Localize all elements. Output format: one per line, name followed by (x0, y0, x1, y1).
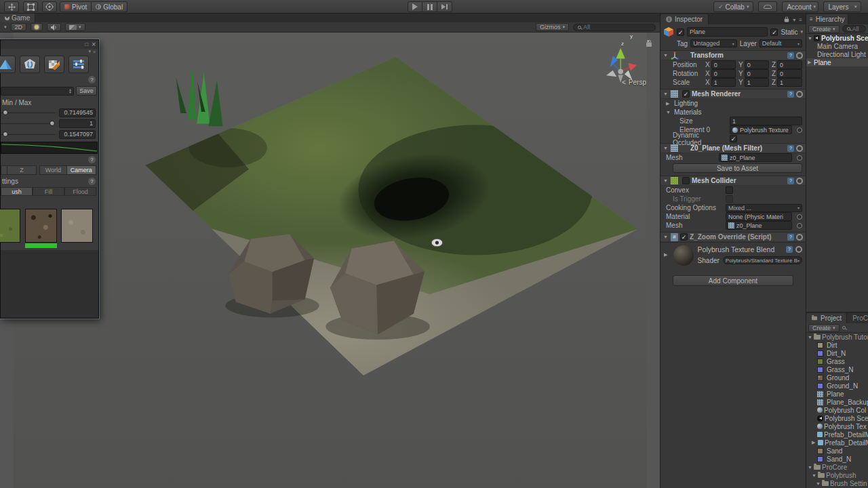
collab-button[interactable]: ✓ Collab ▾ (713, 1, 753, 12)
pivot-button[interactable]: Pivot (60, 1, 92, 12)
lock-icon[interactable] (646, 43, 652, 47)
project-item-texture[interactable]: Grass (806, 357, 868, 365)
position-y-field[interactable]: 0 (745, 60, 769, 69)
fold-icon[interactable]: ▼ (663, 235, 669, 239)
radius-value-field[interactable]: 0.7149545 (59, 108, 96, 117)
falloff-curve-field[interactable] (1, 142, 98, 154)
project-item-texture[interactable]: Sand_N (806, 455, 868, 463)
fold-icon[interactable]: ▼ (808, 36, 812, 41)
search-icon[interactable] (842, 326, 846, 329)
scale-y-field[interactable]: 1 (745, 78, 769, 87)
element0-field[interactable]: Polybrush Texture (730, 125, 792, 134)
material-preview-sphere[interactable] (673, 245, 694, 266)
help-book-icon[interactable]: ? (787, 234, 794, 241)
close-icon[interactable]: × (92, 41, 96, 48)
mesh-collider-header[interactable]: ▼ ✓ Mesh Collider ? (660, 176, 806, 186)
object-picker-icon[interactable] (797, 127, 802, 133)
hierarchy-item-plane[interactable]: ▶ Plane (806, 58, 868, 66)
layer-dropdown[interactable]: Default▾ (760, 39, 802, 47)
project-item-mesh[interactable]: Plane_Backup (806, 398, 868, 406)
project-item-texture[interactable]: Dirt (806, 341, 868, 349)
script-checkbox[interactable]: ✓ (680, 233, 688, 241)
maximize-icon[interactable]: □ (85, 41, 88, 47)
save-to-asset-button[interactable]: Save to Asset (673, 163, 802, 173)
mesh-field[interactable]: z0_Plane (719, 153, 792, 162)
pb-dropdown-icon[interactable]: ▾ (88, 49, 91, 54)
gizmos-button[interactable]: Gizmos ▾ (536, 23, 569, 31)
help-book-icon[interactable]: ? (787, 145, 794, 152)
pb-menu-icon[interactable]: ≡ (93, 49, 96, 54)
falloff-value-field[interactable]: 0.1547097 (59, 130, 96, 139)
scale-x-field[interactable]: 1 (711, 78, 736, 87)
rotation-z-field[interactable]: 0 (777, 69, 802, 78)
audio-toggle-button[interactable] (47, 23, 61, 31)
project-item-material[interactable]: Polybrush Tex (806, 422, 868, 430)
lighting-toggle-button[interactable] (31, 23, 43, 31)
inspector-menu-icon[interactable]: ≡ (799, 17, 802, 23)
transform-header[interactable]: ▼ Transform ? (660, 50, 806, 60)
position-x-field[interactable]: 0 (711, 60, 736, 69)
dir-world-button[interactable]: World (39, 165, 66, 175)
scene-search-input[interactable]: All (573, 24, 656, 31)
gear-icon[interactable] (795, 246, 802, 253)
2d-toggle-button[interactable]: 2D (11, 23, 27, 31)
strength-value-field[interactable]: 1 (59, 119, 96, 128)
size-field[interactable]: 1 (730, 117, 802, 125)
project-item-mesh[interactable]: Plane (806, 390, 868, 398)
project-item-texture[interactable]: Ground (806, 373, 868, 382)
play-button[interactable] (408, 1, 422, 12)
project-item-texture[interactable]: Grass_N (806, 365, 868, 373)
tag-dropdown[interactable]: Untagged▾ (690, 39, 737, 47)
hierarchy-search-input[interactable]: All (842, 25, 866, 33)
inspector-lock-icon[interactable] (785, 18, 789, 22)
fold-icon[interactable]: ▼ (663, 53, 669, 58)
hierarchy-create-button[interactable]: Create ▾ (808, 25, 840, 33)
lighting-foldout[interactable]: ▶ Lighting (660, 99, 806, 108)
position-z-field[interactable]: 0 (777, 60, 802, 69)
project-item-texture[interactable]: Sand (806, 447, 868, 455)
physic-material-field[interactable]: None (Physic Materi (726, 212, 792, 221)
help-icon[interactable]: ? (88, 76, 96, 83)
static-checkbox[interactable]: ✓ (770, 28, 778, 36)
object-picker-icon[interactable] (797, 155, 802, 161)
brush-mode-tab[interactable]: ush (1, 187, 33, 196)
help-icon-3[interactable]: ? (88, 178, 96, 185)
mesh-renderer-header[interactable]: ▼ ✓ Mesh Renderer ? (660, 89, 806, 99)
convex-checkbox[interactable]: ✓ (726, 186, 733, 194)
fold-icon[interactable]: ▶ (664, 252, 669, 258)
project-item-folder[interactable]: ▼ Polybrush Tutori (806, 333, 868, 341)
axis-y-label[interactable]: y (630, 33, 633, 39)
project-item-prefab[interactable]: ▶Prefab_DetailM (806, 439, 868, 447)
project-item-folder[interactable]: ▼ProCore (806, 463, 868, 471)
gear-icon[interactable] (796, 145, 803, 152)
object-picker-icon[interactable] (797, 223, 802, 228)
radius-slider[interactable] (1, 113, 55, 113)
shader-dropdown[interactable]: Polybrush/Standard Texture B ▾ (723, 256, 802, 264)
mesh-renderer-checkbox[interactable]: ✓ (682, 90, 690, 98)
rect-tool-button[interactable] (23, 1, 38, 12)
smooth-mode-button[interactable] (20, 56, 40, 73)
fold-icon[interactable]: ▼ (663, 92, 669, 96)
transform-tool-button[interactable] (42, 1, 57, 12)
inspector-dropdown-icon[interactable]: ▾ (793, 17, 795, 23)
tab-inspector[interactable]: i Inspector (660, 14, 709, 24)
cooking-options-dropdown[interactable]: Mixed ...▾ (726, 204, 802, 212)
texture-grass-thumb[interactable] (0, 209, 20, 243)
strength-slider[interactable] (1, 123, 55, 124)
static-dropdown-icon[interactable]: ▾ (800, 29, 803, 35)
pause-button[interactable] (422, 1, 437, 12)
project-item-folder[interactable]: ▼Brush Settin (806, 479, 868, 487)
layers-button[interactable]: Layers ▾ (823, 1, 861, 12)
cloud-button[interactable] (758, 1, 777, 12)
hierarchy-item-directional-light[interactable]: Directional Light (806, 50, 868, 58)
project-item-folder[interactable]: ▼Polybrush (806, 471, 868, 479)
gear-icon[interactable] (796, 234, 803, 241)
zoom-override-header[interactable]: ▼ ✓ Z_Zoom Override (Script) ? (660, 232, 806, 242)
texture-ground-thumb[interactable] (61, 209, 93, 243)
rotation-y-field[interactable]: 0 (745, 69, 769, 78)
help-book-icon[interactable]: ? (787, 52, 794, 59)
add-component-button[interactable]: Add Component (673, 275, 793, 286)
project-item-scene[interactable]: Polybrush Sce (806, 414, 868, 422)
save-brush-button[interactable]: Save (76, 86, 97, 96)
texture-dirt-thumb[interactable] (25, 209, 57, 243)
